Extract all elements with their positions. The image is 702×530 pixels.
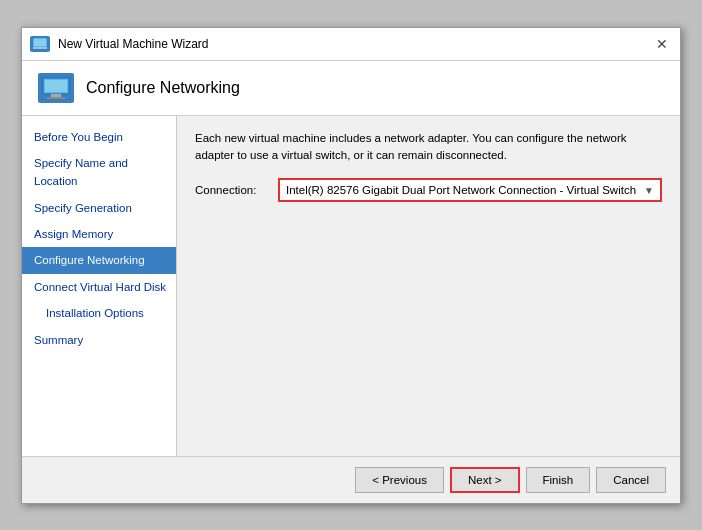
svg-rect-2 bbox=[33, 47, 47, 49]
svg-rect-4 bbox=[45, 80, 67, 92]
title-bar: New Virtual Machine Wizard ✕ bbox=[22, 28, 680, 61]
page-title: Configure Networking bbox=[86, 79, 240, 97]
header-section: Configure Networking bbox=[22, 61, 680, 116]
header-network-icon bbox=[38, 73, 74, 103]
sidebar-item-specify-generation[interactable]: Specify Generation bbox=[22, 195, 176, 221]
sidebar-item-connect-vhd[interactable]: Connect Virtual Hard Disk bbox=[22, 274, 176, 300]
sidebar-item-summary[interactable]: Summary bbox=[22, 327, 176, 353]
next-button[interactable]: Next > bbox=[450, 467, 520, 493]
window-icon bbox=[30, 36, 50, 52]
cancel-button[interactable]: Cancel bbox=[596, 467, 666, 493]
connection-value: Intel(R) 82576 Gigabit Dual Port Network… bbox=[286, 184, 636, 196]
connection-dropdown[interactable]: Intel(R) 82576 Gigabit Dual Port Network… bbox=[278, 178, 662, 202]
sidebar-item-installation-options[interactable]: Installation Options bbox=[22, 300, 176, 326]
close-button[interactable]: ✕ bbox=[652, 34, 672, 54]
sidebar: Before You Begin Specify Name and Locati… bbox=[22, 116, 177, 456]
sidebar-item-before-you-begin[interactable]: Before You Begin bbox=[22, 124, 176, 150]
sidebar-item-assign-memory[interactable]: Assign Memory bbox=[22, 221, 176, 247]
finish-button[interactable]: Finish bbox=[526, 467, 591, 493]
main-content: Each new virtual machine includes a netw… bbox=[177, 116, 680, 456]
svg-rect-5 bbox=[51, 94, 61, 97]
svg-rect-1 bbox=[34, 39, 46, 46]
sidebar-item-configure-networking[interactable]: Configure Networking bbox=[22, 247, 176, 273]
svg-rect-6 bbox=[47, 97, 65, 99]
window-title: New Virtual Machine Wizard bbox=[58, 37, 209, 51]
wizard-window: New Virtual Machine Wizard ✕ Configure N… bbox=[21, 27, 681, 504]
dropdown-arrow-icon: ▼ bbox=[644, 185, 654, 196]
sidebar-item-specify-name[interactable]: Specify Name and Location bbox=[22, 150, 176, 195]
title-bar-left: New Virtual Machine Wizard bbox=[30, 36, 209, 52]
footer: < Previous Next > Finish Cancel bbox=[22, 456, 680, 503]
body: Before You Begin Specify Name and Locati… bbox=[22, 116, 680, 456]
connection-field-row: Connection: Intel(R) 82576 Gigabit Dual … bbox=[195, 178, 662, 202]
previous-button[interactable]: < Previous bbox=[355, 467, 444, 493]
description-text: Each new virtual machine includes a netw… bbox=[195, 130, 662, 165]
connection-label: Connection: bbox=[195, 184, 270, 196]
